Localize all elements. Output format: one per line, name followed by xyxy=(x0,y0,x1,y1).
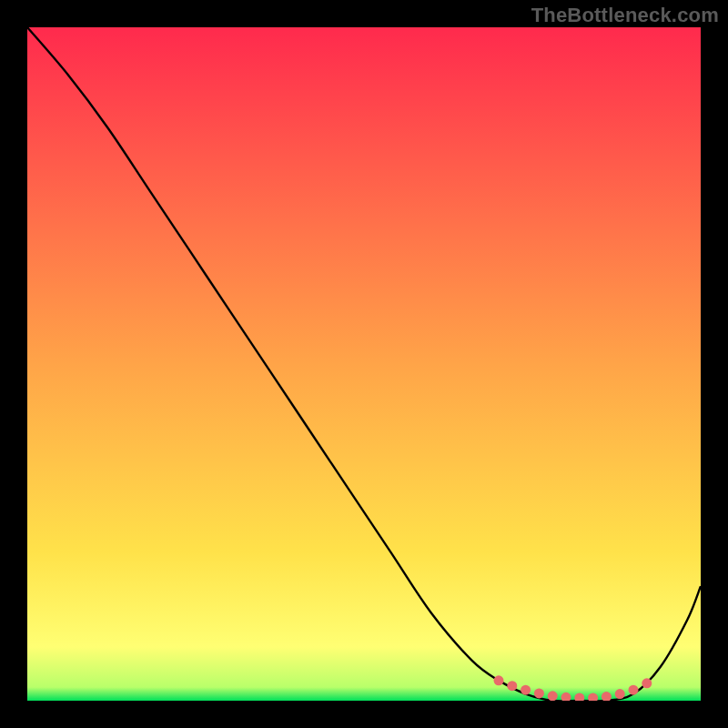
chart-container: TheBottleneck.com xyxy=(0,0,728,728)
optimal-range-dot xyxy=(521,685,531,695)
optimal-range-dot xyxy=(588,693,598,702)
optimal-range-dot xyxy=(494,675,504,685)
optimal-range-dot xyxy=(602,692,612,701)
optimal-range-dot xyxy=(548,691,558,701)
optimal-range-dot xyxy=(615,689,625,699)
curve-layer xyxy=(27,27,701,701)
optimal-range-dot xyxy=(574,693,584,702)
optimal-range-dot xyxy=(629,685,639,695)
bottleneck-curve-path xyxy=(27,27,701,701)
optimal-range-dot xyxy=(534,688,544,698)
plot-area xyxy=(27,27,701,701)
optimal-range-dot xyxy=(561,693,571,701)
optimal-range-dot xyxy=(642,678,652,688)
watermark-text: TheBottleneck.com xyxy=(531,4,719,27)
optimal-range-dot xyxy=(507,681,517,691)
